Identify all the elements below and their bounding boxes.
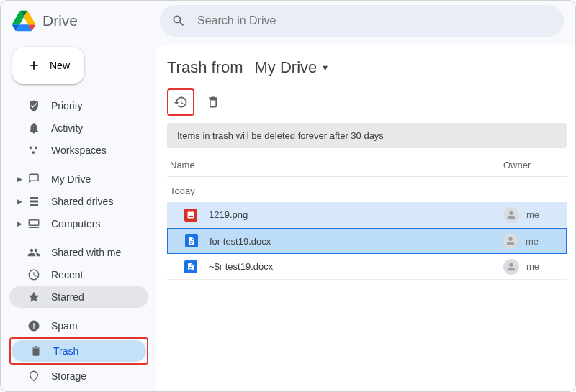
doc-file-icon [184, 260, 197, 273]
sidebar: New Priority Activity Workspaces ▶ My Dr… [1, 41, 156, 391]
workspaces-icon [27, 143, 41, 158]
sidebar-item-label: Priority [51, 100, 83, 111]
restore-icon [174, 95, 188, 109]
sidebar-item-label: Shared drives [51, 196, 113, 207]
file-name: 1219.png [209, 209, 503, 220]
expand-icon[interactable]: ▶ [15, 176, 24, 183]
search-icon [171, 14, 186, 28]
sidebar-item-recent[interactable]: Recent [9, 264, 148, 286]
sidebar-item-starred[interactable]: Starred [9, 286, 148, 308]
column-name[interactable]: Name [170, 160, 503, 170]
shared-drives-icon [27, 194, 41, 209]
table-row[interactable]: ~$r test19.docx me [167, 254, 567, 280]
svg-point-1 [35, 146, 37, 149]
computers-icon [27, 216, 41, 231]
svg-point-0 [30, 146, 32, 149]
recent-icon [27, 268, 41, 282]
restore-highlight [167, 88, 194, 116]
sidebar-item-shared-with-me[interactable]: Shared with me [9, 242, 148, 263]
group-label: Today [167, 177, 567, 202]
delete-forever-button[interactable] [202, 91, 225, 114]
plus-icon [27, 58, 41, 73]
app-window: Drive New Priority Activity Workspaces [0, 0, 576, 392]
file-name: for test19.docx [210, 236, 503, 247]
logo-area: Drive [12, 9, 160, 32]
owner-label: me [526, 209, 539, 220]
sidebar-item-label: Computers [51, 218, 100, 229]
sidebar-item-spam[interactable]: Spam [9, 315, 148, 337]
sidebar-item-label: My Drive [51, 173, 91, 185]
main: Trash from My Drive ▼ Items in trash wil… [156, 45, 575, 391]
owner-label: me [526, 261, 539, 272]
sidebar-item-label: Trash [53, 345, 78, 357]
avatar [503, 233, 518, 249]
sidebar-item-trash[interactable]: Trash [12, 340, 146, 362]
column-owner[interactable]: Owner [503, 160, 561, 170]
image-file-icon [184, 209, 197, 222]
drive-logo-icon [12, 9, 35, 32]
new-button-label: New [50, 60, 70, 71]
sidebar-item-priority[interactable]: Priority [9, 95, 148, 117]
owner-cell: me [503, 233, 560, 249]
sidebar-item-label: Activity [51, 122, 83, 134]
activity-icon [27, 121, 41, 135]
svg-point-2 [32, 151, 35, 154]
search-input[interactable] [197, 14, 552, 27]
sidebar-item-computers[interactable]: ▶ Computers [9, 213, 148, 234]
sidebar-item-activity[interactable]: Activity [9, 117, 148, 139]
sidebar-item-workspaces[interactable]: Workspaces [9, 140, 148, 161]
avatar [503, 259, 519, 275]
trash-highlight: Trash [9, 337, 148, 365]
sidebar-item-my-drive[interactable]: ▶ My Drive [9, 168, 148, 190]
sidebar-item-label: Storage [51, 370, 86, 382]
avatar [503, 207, 519, 223]
sidebar-item-label: Recent [51, 269, 83, 281]
shared-with-me-icon [27, 245, 41, 260]
starred-icon [27, 290, 41, 304]
page-title: Trash from [167, 58, 243, 77]
spam-icon [27, 319, 41, 333]
new-button[interactable]: New [12, 47, 84, 84]
drive-scope-label: My Drive [255, 58, 318, 77]
sidebar-item-shared-drives[interactable]: ▶ Shared drives [9, 191, 148, 212]
trash-notice: Items in trash will be deleted forever a… [167, 123, 567, 148]
toolbar [167, 87, 567, 123]
sidebar-item-label: Spam [51, 320, 78, 332]
sidebar-item-label: Workspaces [51, 145, 107, 156]
search-bar[interactable] [160, 5, 564, 37]
drive-scope-dropdown[interactable]: My Drive ▼ [251, 57, 334, 78]
my-drive-icon [27, 172, 41, 186]
app-name: Drive [42, 12, 78, 29]
owner-cell: me [503, 207, 561, 223]
restore-button[interactable] [169, 91, 192, 114]
caret-down-icon: ▼ [321, 63, 329, 72]
expand-icon[interactable]: ▶ [15, 198, 24, 205]
sidebar-item-label: Starred [51, 291, 84, 303]
doc-file-icon [185, 234, 198, 247]
owner-label: me [526, 236, 539, 247]
trash-icon [29, 344, 43, 358]
sidebar-item-storage[interactable]: Storage [9, 365, 148, 387]
storage-icon [27, 369, 41, 383]
trash-icon [206, 95, 220, 109]
header: Drive [1, 1, 575, 41]
table-row[interactable]: 1219.png me [167, 202, 567, 228]
expand-icon[interactable]: ▶ [15, 220, 24, 227]
column-headers: Name Owner [167, 160, 567, 177]
owner-cell: me [503, 259, 561, 275]
body: New Priority Activity Workspaces ▶ My Dr… [1, 41, 575, 391]
table-row[interactable]: for test19.docx me [167, 228, 567, 254]
sidebar-item-label: Shared with me [51, 247, 121, 258]
priority-icon [27, 99, 41, 113]
file-name: ~$r test19.docx [209, 261, 503, 272]
page-title-row: Trash from My Drive ▼ [167, 57, 567, 78]
